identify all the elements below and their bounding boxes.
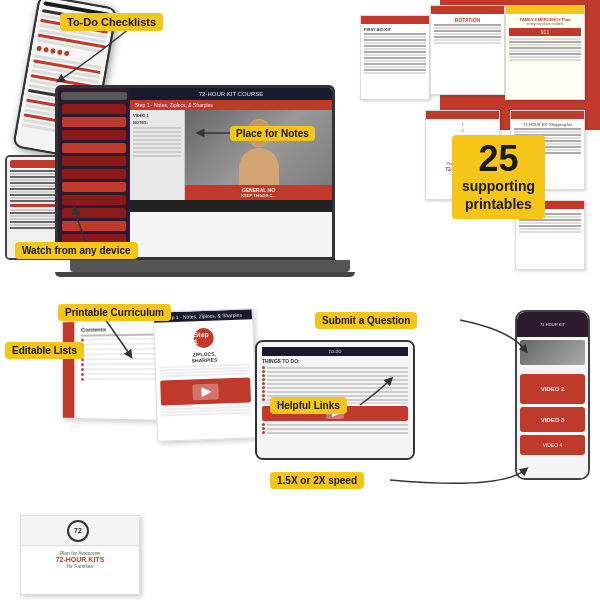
tablet-bottom-device: TO-DO THINGS TO DO: <box>255 340 415 460</box>
phone-video2-label: VIDEO 2 <box>520 374 585 404</box>
kit-book-main-title: 72-HOUR KITS <box>25 556 135 563</box>
phone-video3-label: VIDEO 3 <box>520 407 585 432</box>
kit-book-number: 72 <box>67 520 89 542</box>
main-container: 72-HOUR KIT COURSE Step 1 - Notes, Ziplo… <box>0 0 600 600</box>
bottom-section: Contents Step 1 - Notes, Ziplocs, & Shar… <box>0 300 600 600</box>
phone-right-device: 72-HOUR KIT VIDEO 2 VIDEO 3 VIDEO 4 <box>515 310 590 480</box>
printables-area: FIRST AID KIT ROTATION <box>360 0 600 280</box>
laptop-notes-label: NOTES: <box>133 120 181 125</box>
laptop-device: 72-HOUR KIT COURSE Step 1 - Notes, Ziplo… <box>55 85 365 285</box>
svg-point-1 <box>247 120 271 146</box>
emergency-numbers: emergency phone numbers <box>509 22 581 26</box>
rotation-title: ROTATION <box>434 17 501 23</box>
laptop-step-label: Step 1 - Notes, Ziplocs, & Sharpies <box>130 100 332 110</box>
first-aid-title: FIRST AID KIT <box>364 27 426 32</box>
step1-badge: Step 1 <box>193 328 214 349</box>
laptop-keep-things: KEEP THINGS C... <box>189 193 328 198</box>
kit-plan-title: 72-HOUR KITS <box>429 166 496 172</box>
laptop-video-label: VIDEO 1 <box>133 113 181 118</box>
kit-book-subtitle: for Families <box>25 563 135 569</box>
kit-list-title: 72-HOUR KIT Shopping list <box>514 122 581 127</box>
kit-book-bottom: 72 Plan for Awesome 72-HOUR KITS for Fam… <box>20 515 140 595</box>
step1-page: Step 1 - Notes, Ziplocs, & Sharpies Step… <box>153 308 257 441</box>
laptop-course-label: 72-HOUR KIT COURSE <box>130 88 332 100</box>
phone-right-header: 72-HOUR KIT <box>538 320 567 329</box>
